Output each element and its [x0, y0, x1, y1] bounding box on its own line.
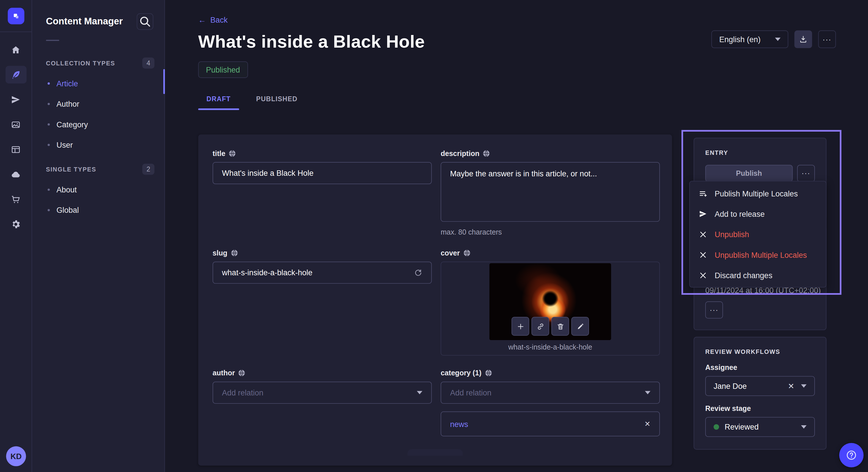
bullet-icon	[48, 209, 50, 211]
sidebar-item-label: About	[57, 185, 77, 194]
localized-globe-icon	[229, 150, 236, 157]
cover-edit-button[interactable]	[571, 317, 589, 336]
clear-assignee-icon[interactable]: ✕	[788, 382, 795, 391]
description-value: Maybe the answer is in this article, or …	[450, 169, 597, 178]
sidebar-item-user[interactable]: User	[32, 134, 164, 155]
menu-unpublish-multiple-locales[interactable]: Unpublish Multiple Locales	[690, 244, 826, 265]
cover-delete-button[interactable]	[551, 317, 569, 336]
description-textarea[interactable]: Maybe the answer is in this article, or …	[441, 162, 660, 222]
localized-globe-icon	[483, 150, 490, 157]
cross-icon	[699, 271, 708, 279]
cover-field: what-s-inside-a-black-hole	[441, 262, 660, 356]
nav-deploy[interactable]	[5, 165, 26, 183]
relation-news-link[interactable]: news	[450, 419, 468, 429]
nav-marketplace[interactable]	[5, 190, 26, 208]
nav-home[interactable]	[5, 41, 26, 59]
back-arrow-icon: ←	[198, 15, 206, 24]
field-label-text: author	[213, 369, 235, 377]
nav-media-library[interactable]	[5, 115, 26, 133]
ellipsis-icon: ···	[802, 169, 811, 177]
localized-globe-icon	[231, 249, 238, 257]
entry-more-button[interactable]: ···	[797, 165, 815, 182]
export-button[interactable]	[794, 30, 812, 48]
entry-sidebar: ENTRY Publish ··· 09/11/2024 at 16:00 (U…	[681, 134, 842, 466]
question-mark-icon	[845, 449, 857, 461]
sidebar-item-label: Article	[57, 79, 78, 88]
menu-item-label: Discard changes	[715, 271, 772, 279]
section-collection-types: COLLECTION TYPES	[46, 60, 115, 66]
description-hint: max. 80 characters	[441, 228, 660, 236]
status-badge: Published	[198, 61, 248, 78]
sidebar-item-author[interactable]: Author	[32, 94, 164, 114]
nav-settings[interactable]	[5, 215, 26, 233]
menu-publish-multiple-locales[interactable]: Publish Multiple Locales	[690, 183, 826, 203]
search-icon	[137, 14, 153, 29]
content-manager-sidebar: Content Manager COLLECTION TYPES 4 Artic…	[32, 0, 165, 472]
cover-add-button[interactable]	[512, 317, 529, 336]
sidebar-item-about[interactable]: About	[32, 179, 164, 200]
download-icon	[799, 35, 808, 43]
slug-value: what-s-inside-a-black-hole	[222, 268, 312, 277]
review-workflows-panel: REVIEW WORKFLOWS Assignee Jane Doe ✕ Rev…	[693, 337, 826, 449]
tab-published[interactable]: PUBLISHED	[248, 95, 306, 110]
ellipsis-icon: ···	[710, 306, 718, 314]
menu-unpublish[interactable]: Unpublish	[690, 224, 826, 244]
sidebar-item-global[interactable]: Global	[32, 200, 164, 220]
help-button[interactable]	[839, 443, 864, 467]
list-plus-icon	[699, 189, 708, 198]
images-icon	[11, 119, 21, 130]
cart-icon	[11, 194, 21, 204]
review-stage-select[interactable]: Reviewed	[705, 417, 815, 437]
header-more-button[interactable]: ···	[818, 30, 836, 48]
menu-item-label: Publish Multiple Locales	[715, 189, 798, 198]
locale-value: English (en)	[719, 35, 761, 43]
cover-toolbar	[512, 317, 589, 336]
cover-image-black-hole[interactable]	[489, 263, 611, 340]
info-more-button[interactable]: ···	[705, 301, 723, 318]
nav-releases[interactable]	[5, 91, 26, 108]
assignee-select[interactable]: Jane Doe ✕	[705, 376, 815, 396]
sidebar-divider	[46, 40, 59, 41]
menu-item-label: Unpublish	[715, 230, 749, 239]
home-icon	[11, 44, 21, 55]
cover-copy-link-button[interactable]	[531, 317, 549, 336]
category-field-label: category (1)	[441, 369, 660, 377]
gear-icon	[11, 219, 21, 229]
sidebar-item-article[interactable]: Article	[32, 73, 164, 94]
remove-relation-icon[interactable]: ✕	[644, 420, 650, 428]
chevron-down-icon	[775, 38, 780, 41]
menu-discard-changes[interactable]: Discard changes	[690, 265, 826, 285]
strapi-logo-icon	[11, 11, 21, 21]
publish-button[interactable]: Publish	[705, 165, 793, 182]
category-relation-select[interactable]: Add relation	[441, 382, 660, 404]
author-relation-select[interactable]: Add relation	[213, 382, 432, 404]
assignee-value: Jane Doe	[714, 382, 788, 391]
sidebar-item-label: Category	[57, 120, 88, 129]
back-link[interactable]: ← Back	[198, 15, 227, 24]
tab-draft[interactable]: DRAFT	[198, 95, 239, 110]
sidebar-item-label: Author	[57, 99, 80, 108]
next-section-peek	[407, 449, 463, 456]
nav-content-type-builder[interactable]	[5, 140, 26, 158]
field-label-text: cover	[441, 249, 460, 257]
title-input[interactable]: What's inside a Black Hole	[213, 162, 432, 184]
field-label-text: category (1)	[441, 369, 482, 377]
ellipsis-icon: ···	[823, 35, 832, 43]
review-workflows-title: REVIEW WORKFLOWS	[705, 348, 815, 355]
trash-icon	[556, 322, 564, 330]
localized-globe-icon	[463, 249, 470, 257]
nav-content-manager[interactable]	[5, 66, 26, 83]
menu-add-to-release[interactable]: Add to release	[690, 204, 826, 224]
slug-input[interactable]: what-s-inside-a-black-hole	[213, 262, 432, 283]
cover-caption: what-s-inside-a-black-hole	[508, 343, 592, 351]
user-avatar[interactable]: KD	[6, 446, 26, 466]
chevron-down-icon	[417, 391, 422, 394]
field-label-text: title	[213, 149, 226, 158]
regenerate-icon[interactable]	[414, 268, 423, 277]
sidebar-search-button[interactable]	[136, 13, 153, 30]
sidebar-item-category[interactable]: Category	[32, 114, 164, 134]
strapi-logo[interactable]	[7, 8, 24, 24]
locale-select[interactable]: English (en)	[712, 30, 788, 48]
sidebar-item-label: User	[57, 140, 73, 149]
stage-status-dot	[714, 424, 719, 430]
